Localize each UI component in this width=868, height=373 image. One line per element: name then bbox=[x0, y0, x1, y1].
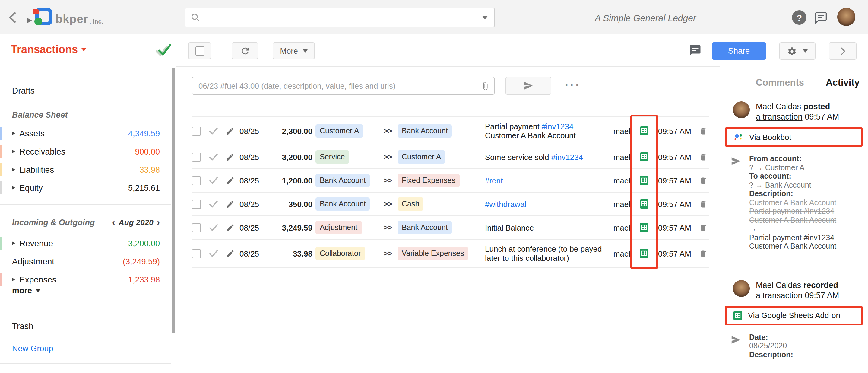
refresh-button[interactable] bbox=[231, 42, 258, 59]
tx-to-account[interactable]: Bank Account bbox=[398, 221, 452, 234]
tx-to-account[interactable]: Cash bbox=[398, 197, 424, 211]
expand-arrow-icon[interactable] bbox=[12, 150, 15, 153]
tx-from-account[interactable]: Collaborator bbox=[315, 247, 365, 260]
tab-comments[interactable]: Comments bbox=[756, 77, 804, 88]
sidebar-group-adjustment[interactable]: Adjustment (3,249.59) bbox=[0, 252, 171, 270]
view-selector-dropdown[interactable]: Transactions bbox=[11, 44, 86, 56]
expand-arrow-icon[interactable] bbox=[12, 241, 15, 245]
delete-trash-icon[interactable] bbox=[697, 126, 709, 136]
select-all-checkbox-button[interactable] bbox=[188, 42, 211, 59]
delete-trash-icon[interactable] bbox=[697, 249, 709, 258]
sidebar-group-liabilities[interactable]: Liabilities 33.98 bbox=[0, 161, 171, 179]
sidebar-group-assets[interactable]: Assets 4,349.59 bbox=[0, 124, 171, 142]
feedback-chat-icon[interactable] bbox=[814, 11, 828, 24]
share-button[interactable]: Share bbox=[712, 42, 766, 60]
google-sheets-icon[interactable] bbox=[633, 176, 655, 185]
next-month-button[interactable]: › bbox=[157, 217, 160, 227]
tx-from-account[interactable]: Customer A bbox=[315, 124, 364, 138]
transaction-row[interactable]: 08/25 350.00 Bank Account >> Cash #withd… bbox=[192, 193, 709, 216]
edit-pencil-icon[interactable] bbox=[223, 199, 237, 208]
edit-pencil-icon[interactable] bbox=[223, 152, 237, 162]
comments-icon[interactable] bbox=[689, 44, 702, 57]
sidebar-scrollbar[interactable] bbox=[172, 67, 175, 333]
delete-trash-icon[interactable] bbox=[697, 199, 709, 208]
edit-pencil-icon[interactable] bbox=[223, 176, 237, 185]
edit-pencil-icon[interactable] bbox=[223, 223, 237, 232]
hashtag-link[interactable]: #withdrawal bbox=[485, 199, 526, 208]
transaction-row[interactable]: 08/25 3,249.59 Adjustment >> Bank Accoun… bbox=[192, 216, 709, 239]
detail-line: 08/25/2020 bbox=[749, 342, 793, 350]
tx-from-account[interactable]: Adjustment bbox=[315, 221, 362, 234]
google-sheets-icon[interactable] bbox=[633, 152, 655, 162]
row-checkbox[interactable] bbox=[192, 176, 201, 185]
google-sheets-icon[interactable] bbox=[633, 249, 655, 258]
transaction-link[interactable]: a transaction bbox=[756, 112, 803, 121]
transaction-row[interactable]: 08/25 33.98 Collaborator >> Variable Exp… bbox=[192, 239, 709, 268]
post-check-icon[interactable] bbox=[207, 200, 220, 208]
tx-to-account[interactable]: Variable Expenses bbox=[398, 247, 468, 260]
bkper-logo[interactable]: bkper , Inc. bbox=[27, 7, 103, 27]
hashtag-link[interactable]: #inv1234 bbox=[542, 122, 574, 131]
prev-month-button[interactable]: ‹ bbox=[112, 217, 115, 227]
sidebar-group-revenue[interactable]: Revenue 3,200.00 bbox=[0, 234, 171, 252]
google-sheets-icon[interactable] bbox=[633, 126, 655, 136]
delete-trash-icon[interactable] bbox=[697, 176, 709, 185]
tx-from-account[interactable]: Service bbox=[315, 150, 349, 164]
sidebar-group-receivables[interactable]: Receivables 900.00 bbox=[0, 142, 171, 161]
post-check-icon[interactable] bbox=[207, 176, 220, 185]
hashtag-link[interactable]: #inv1234 bbox=[551, 152, 583, 162]
row-checkbox[interactable] bbox=[192, 249, 201, 258]
expand-arrow-icon[interactable] bbox=[12, 168, 15, 171]
more-button[interactable]: More bbox=[273, 42, 315, 59]
post-check-icon[interactable] bbox=[207, 127, 220, 135]
post-check-icon[interactable] bbox=[207, 153, 220, 161]
expand-arrow-icon[interactable] bbox=[12, 278, 15, 281]
transaction-input[interactable] bbox=[192, 81, 481, 91]
user-avatar[interactable] bbox=[733, 280, 750, 297]
settings-gear-button[interactable] bbox=[779, 42, 815, 60]
next-page-button[interactable] bbox=[829, 42, 857, 60]
expand-arrow-icon[interactable] bbox=[12, 186, 15, 190]
edit-pencil-icon[interactable] bbox=[223, 249, 237, 258]
user-avatar[interactable] bbox=[837, 8, 855, 26]
tx-to-account[interactable]: Customer A bbox=[398, 150, 445, 164]
help-icon[interactable]: ? bbox=[792, 10, 806, 25]
search-dropdown-caret-icon[interactable] bbox=[482, 16, 488, 19]
transaction-row[interactable]: 08/25 1,200.00 Bank Account >> Fixed Exp… bbox=[192, 169, 709, 193]
google-sheets-icon[interactable] bbox=[633, 223, 655, 232]
tx-to-account[interactable]: Fixed Expenses bbox=[398, 174, 460, 187]
expand-arrow-icon[interactable] bbox=[12, 132, 15, 135]
user-avatar[interactable] bbox=[733, 102, 750, 118]
attachment-paperclip-icon[interactable] bbox=[481, 81, 490, 90]
global-search[interactable] bbox=[185, 8, 495, 27]
global-search-input[interactable] bbox=[205, 12, 482, 23]
record-send-button[interactable] bbox=[505, 77, 551, 95]
delete-trash-icon[interactable] bbox=[697, 223, 709, 232]
transaction-link[interactable]: a transaction bbox=[756, 291, 803, 300]
delete-trash-icon[interactable] bbox=[697, 152, 709, 162]
tx-from-account[interactable]: Bank Account bbox=[315, 197, 370, 211]
tx-from-account[interactable]: Bank Account bbox=[315, 174, 370, 187]
transaction-row[interactable]: 08/25 3,200.00 Service >> Customer A Som… bbox=[192, 145, 709, 169]
transaction-row[interactable]: 08/25 2,300.00 Customer A >> Bank Accoun… bbox=[192, 117, 709, 145]
hashtag-link[interactable]: #rent bbox=[485, 176, 503, 185]
row-checkbox[interactable] bbox=[192, 152, 201, 162]
post-check-icon[interactable] bbox=[207, 223, 220, 232]
transaction-composer[interactable] bbox=[192, 77, 495, 95]
composer-options-button[interactable]: ··· bbox=[560, 77, 586, 95]
sidebar-item-drafts[interactable]: Drafts bbox=[0, 82, 171, 99]
tx-to-account[interactable]: Bank Account bbox=[398, 124, 452, 138]
sidebar-group-equity[interactable]: Equity 5,215.61 bbox=[0, 179, 171, 197]
sidebar-more-toggle[interactable]: more bbox=[12, 286, 40, 295]
back-chevron-button[interactable] bbox=[4, 8, 22, 27]
row-checkbox[interactable] bbox=[192, 126, 201, 136]
row-checkbox[interactable] bbox=[192, 199, 201, 208]
post-check-icon[interactable] bbox=[207, 249, 220, 258]
google-sheets-icon[interactable] bbox=[633, 199, 655, 209]
new-group-link[interactable]: New Group bbox=[12, 344, 53, 353]
row-checkbox[interactable] bbox=[192, 223, 201, 232]
edit-pencil-icon[interactable] bbox=[223, 126, 237, 136]
sidebar-item-trash[interactable]: Trash bbox=[0, 317, 171, 334]
tab-activity[interactable]: Activity bbox=[826, 77, 860, 88]
sidebar-group-expenses[interactable]: Expenses 1,233.98 bbox=[0, 270, 171, 288]
